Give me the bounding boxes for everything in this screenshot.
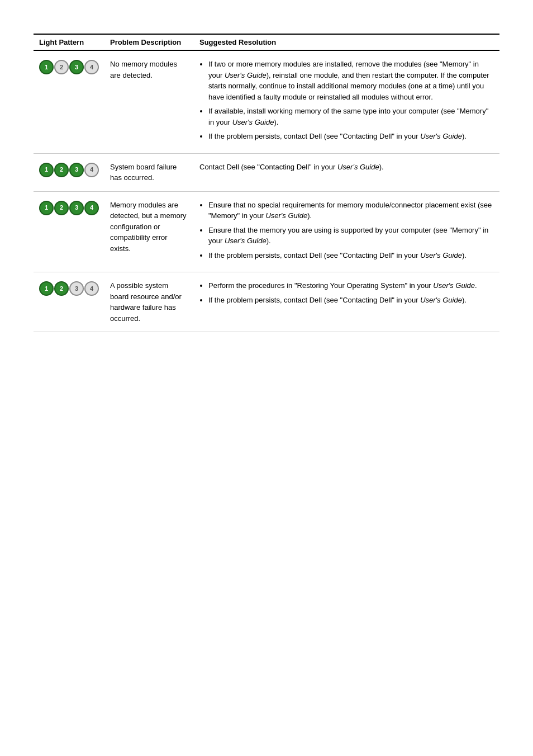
resolution-bullet: Ensure that no special requirements for …	[208, 200, 494, 221]
light-circle-1: 1	[39, 201, 54, 215]
problem-description: A possible system board resource and/or …	[104, 272, 194, 332]
resolution-bullet: Perform the procedures in "Restoring You…	[208, 280, 494, 291]
table-row: 1234System board failure has occurred.Co…	[34, 153, 499, 191]
problem-description: Memory modules are detected, but a memor…	[104, 191, 194, 272]
resolution-bullet: If the problem persists, contact Dell (s…	[208, 131, 494, 142]
light-pattern-cell: 1234	[34, 272, 104, 332]
light-circle-1: 1	[39, 163, 54, 177]
light-circle-2: 2	[54, 60, 69, 74]
table-row: 1234Memory modules are detected, but a m…	[34, 191, 499, 272]
light-circle-3: 3	[69, 201, 84, 215]
light-circle-4: 4	[84, 60, 99, 74]
light-circle-4: 4	[84, 281, 99, 296]
light-circle-1: 1	[39, 60, 54, 74]
suggested-resolution: Perform the procedures in "Restoring You…	[194, 272, 499, 332]
light-circle-4: 4	[84, 163, 99, 177]
resolution-bullet: Ensure that the memory you are using is …	[208, 225, 494, 247]
light-pattern-cell: 1234	[34, 191, 104, 272]
light-pattern-cell: 1234	[34, 153, 104, 191]
light-pattern: 1234	[39, 163, 99, 177]
header-suggested-resolution: Suggested Resolution	[194, 34, 499, 50]
light-circle-2: 2	[54, 201, 69, 215]
light-circle-2: 2	[54, 281, 69, 296]
header-problem-description: Problem Description	[104, 34, 194, 50]
light-pattern-cell: 1234	[34, 50, 104, 153]
resolution-bullet: If the problem persists, contact Dell (s…	[208, 250, 494, 261]
resolution-bullet: If the problem persists, contact Dell (s…	[208, 295, 494, 306]
problem-description: No memory modules are detected.	[104, 50, 194, 153]
suggested-resolution: If two or more memory modules are instal…	[194, 50, 499, 153]
suggested-resolution: Contact Dell (see "Contacting Dell" in y…	[194, 153, 499, 191]
light-pattern: 1234	[39, 201, 99, 215]
table-row: 1234No memory modules are detected.If tw…	[34, 50, 499, 153]
table-row: 1234A possible system board resource and…	[34, 272, 499, 332]
light-circle-4: 4	[84, 201, 99, 215]
light-circle-2: 2	[54, 163, 69, 177]
light-circle-3: 3	[69, 281, 84, 296]
light-circle-3: 3	[69, 163, 84, 177]
light-circle-1: 1	[39, 281, 54, 296]
light-circle-3: 3	[69, 60, 84, 74]
resolution-text: Contact Dell (see "Contacting Dell" in y…	[199, 162, 494, 173]
suggested-resolution: Ensure that no special requirements for …	[194, 191, 499, 272]
light-pattern: 1234	[39, 60, 99, 74]
header-light-pattern: Light Pattern	[34, 34, 104, 50]
light-pattern: 1234	[39, 281, 99, 296]
resolution-bullet: If two or more memory modules are instal…	[208, 59, 494, 102]
problem-description: System board failure has occurred.	[104, 153, 194, 191]
resolution-bullet: If available, install working memory of …	[208, 106, 494, 127]
